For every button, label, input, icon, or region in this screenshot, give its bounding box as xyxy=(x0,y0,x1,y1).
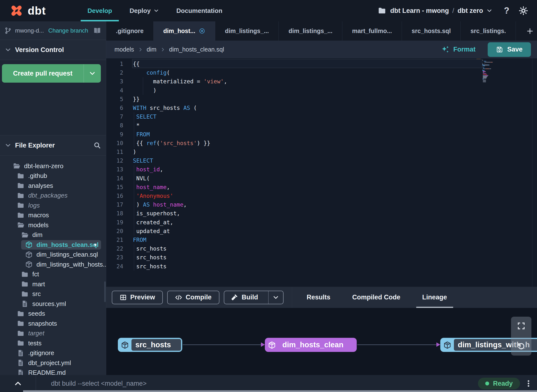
tree-item-label: dbt_packages xyxy=(28,192,68,199)
code-line-8[interactable]: 8 * xyxy=(106,121,537,130)
tab-label: .gitignore xyxy=(116,27,144,35)
pr-dropdown-toggle[interactable] xyxy=(84,64,101,83)
collapse-panel-button[interactable] xyxy=(0,375,36,392)
code-line-11[interactable]: 11) xyxy=(106,148,537,157)
version-control-header[interactable]: Version Control xyxy=(0,40,106,60)
sidebar-scrollbar[interactable] xyxy=(104,281,106,302)
code-line-10[interactable]: 10 {{ ref('src_hosts') }} xyxy=(106,139,537,148)
code-line-7[interactable]: 7 SELECT xyxy=(106,112,537,121)
save-button[interactable]: Save xyxy=(488,42,531,57)
tree-item-dbt-learn-zero[interactable]: dbt-learn-zero xyxy=(0,161,106,171)
code-line-2[interactable]: 2 config( xyxy=(106,68,537,77)
tree-item-sources-yml[interactable]: sources.yml xyxy=(0,299,106,309)
tree-item-dim-listings-with-hosts[interactable]: dim_listings_with_hosts... xyxy=(0,260,106,270)
tab-lineage[interactable]: Lineage xyxy=(411,287,458,308)
build-dropdown-toggle[interactable] xyxy=(268,291,283,304)
breadcrumb-item[interactable]: dim_hosts_clean.sql xyxy=(169,46,224,53)
line-number: 13 xyxy=(106,165,123,174)
nav-item-label: Deploy xyxy=(130,7,151,15)
lineage-panel[interactable]: src_hostsdim_hosts_cleandim_listings_wit… xyxy=(106,308,537,375)
command-input[interactable]: dbt build --select <model_name> xyxy=(51,380,147,387)
breadcrumb-item[interactable]: dim xyxy=(147,46,156,53)
tab-dim-listings[interactable]: dim_listings_... xyxy=(279,21,342,41)
format-button[interactable]: Format xyxy=(441,45,476,54)
code-line-4[interactable]: 4 ) xyxy=(106,86,537,95)
tree-item-dim-listings-clean-sql[interactable]: dim_listings_clean.sql xyxy=(0,250,106,260)
docs-book-icon[interactable] xyxy=(93,27,102,35)
tree-item-dbt-project-yml[interactable]: dbt_project.yml xyxy=(0,358,106,368)
tab-results[interactable]: Results xyxy=(296,287,341,308)
gear-icon[interactable] xyxy=(519,6,528,16)
lineage-node-src-hosts[interactable]: src_hosts xyxy=(118,338,182,352)
code-line-15[interactable]: 15 host_name, xyxy=(106,183,537,192)
tree-item-target[interactable]: target xyxy=(0,329,106,339)
code-line-19[interactable]: 19 created_at, xyxy=(106,218,537,227)
new-tab-button[interactable] xyxy=(523,21,537,41)
tab-dim-listings[interactable]: dim_listings_... xyxy=(215,21,279,41)
button-label: Compile xyxy=(186,294,212,301)
dbt-brand[interactable]: dbt xyxy=(0,3,62,18)
tree-item-logs[interactable]: logs xyxy=(0,200,106,210)
tab-compiled-code[interactable]: Compiled Code xyxy=(341,287,411,308)
tree-item-src[interactable]: src xyxy=(0,289,106,299)
tree-item-gitignore[interactable]: .gitignore xyxy=(0,348,106,358)
create-pull-request-button[interactable]: Create pull request xyxy=(2,64,101,83)
change-branch-link[interactable]: Change branch xyxy=(48,27,88,34)
code-line-1[interactable]: 1{{ xyxy=(106,60,537,69)
tree-item-analyses[interactable]: analyses xyxy=(0,181,106,191)
status-menu-button[interactable] xyxy=(520,379,537,388)
tab-src-hosts-sql[interactable]: src_hosts.sql xyxy=(402,21,461,41)
code-line-21[interactable]: 21FROM xyxy=(106,235,537,244)
code-line-16[interactable]: 16 'Anonymous' xyxy=(106,192,537,200)
tree-item-github[interactable]: .github xyxy=(0,171,106,181)
tree-item-models[interactable]: models xyxy=(0,220,106,230)
tab-src-listings[interactable]: src_listings. xyxy=(461,21,516,41)
code-line-23[interactable]: 23 src_hosts xyxy=(106,253,537,262)
tree-item-fct[interactable]: fct xyxy=(0,270,106,279)
code-line-17[interactable]: 17 ) AS host_name, xyxy=(106,200,537,209)
tree-item-readme-md[interactable]: README.md xyxy=(0,368,106,375)
tab-gitignore[interactable]: .gitignore xyxy=(106,21,154,41)
file-explorer-header[interactable]: File Explorer xyxy=(0,135,106,156)
project-selector[interactable]: dbt Learn - mwong / dbt zero xyxy=(378,6,492,15)
code-line-24[interactable]: 24 src_hosts xyxy=(106,262,537,271)
horizontal-scrollbar[interactable] xyxy=(23,390,537,392)
compile-button[interactable]: Compile xyxy=(167,291,219,304)
code-line-14[interactable]: 14 NVL( xyxy=(106,174,537,183)
nav-item-develop[interactable]: Develop xyxy=(79,0,121,21)
tab-mart-fullmo[interactable]: mart_fullmo... xyxy=(342,21,402,41)
code-editor[interactable]: 1{{2 config(3 materialized = 'view',4 )5… xyxy=(106,58,537,287)
nav-item-deploy[interactable]: Deploy xyxy=(121,0,168,21)
lineage-node-dim-hosts-clean[interactable]: dim_hosts_clean xyxy=(265,338,357,352)
code-text: src_hosts xyxy=(133,253,166,262)
fullscreen-icon[interactable] xyxy=(517,322,526,330)
tab-dim-host[interactable]: dim_host... xyxy=(154,21,215,41)
preview-button[interactable]: Preview xyxy=(112,291,163,304)
code-line-18[interactable]: 18 is_superhost, xyxy=(106,209,537,218)
tree-item-tests[interactable]: tests xyxy=(0,338,106,348)
code-line-3[interactable]: 3 materialized = 'view', xyxy=(106,77,537,86)
code-line-6[interactable]: 6WITH src_hosts AS ( xyxy=(106,104,537,113)
code-line-22[interactable]: 22 src_hosts xyxy=(106,244,537,253)
code-line-20[interactable]: 20 updated_at xyxy=(106,227,537,236)
tree-item-dbt-packages[interactable]: dbt_packages xyxy=(0,191,106,201)
create-pull-request-label[interactable]: Create pull request xyxy=(2,64,84,83)
refresh-icon[interactable] xyxy=(517,342,526,351)
build-button[interactable]: Build xyxy=(224,291,284,304)
tree-item-snapshots[interactable]: snapshots xyxy=(0,319,106,329)
tree-item-seeds[interactable]: seeds xyxy=(0,309,106,319)
help-button[interactable]: ? xyxy=(504,6,509,16)
code-line-5[interactable]: 5}} xyxy=(106,95,537,104)
tree-item-dim-hosts-clean-sql[interactable]: dim_hosts_clean.sql xyxy=(0,240,106,250)
build-button-main[interactable]: Build xyxy=(224,291,265,304)
tree-item-dim[interactable]: dim xyxy=(0,230,106,240)
code-text: src_hosts xyxy=(133,262,166,271)
code-line-9[interactable]: 9 FROM xyxy=(106,130,537,139)
tree-item-macros[interactable]: macros xyxy=(0,210,106,220)
code-line-12[interactable]: 12SELECT xyxy=(106,156,537,165)
breadcrumb-item[interactable]: models xyxy=(114,46,134,53)
nav-item-documentation[interactable]: Documentation xyxy=(168,0,231,21)
search-icon[interactable] xyxy=(93,141,101,149)
tree-item-mart[interactable]: mart xyxy=(0,279,106,289)
code-line-13[interactable]: 13 host_id, xyxy=(106,165,537,174)
